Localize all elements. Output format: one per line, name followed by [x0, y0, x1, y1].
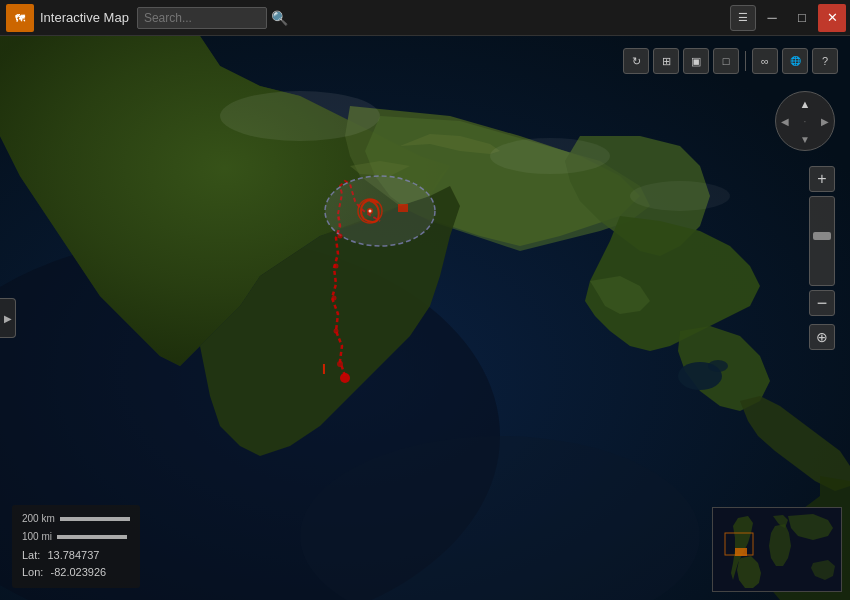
svg-point-6 [708, 360, 728, 372]
zoom-out-button[interactable]: − [809, 290, 835, 316]
search-icon: 🔍 [271, 10, 288, 26]
mini-map-svg [713, 508, 842, 592]
svg-rect-15 [398, 204, 408, 212]
refresh-button[interactable]: ↻ [623, 48, 649, 74]
minimize-button[interactable]: ─ [758, 4, 786, 32]
infinity-button[interactable]: ∞ [752, 48, 778, 74]
lon-display: Lon: -82.023926 [22, 564, 130, 582]
close-button[interactable]: ✕ [818, 4, 846, 32]
zoom-in-button[interactable]: + [809, 166, 835, 192]
svg-point-14 [369, 210, 372, 213]
globe-button[interactable]: 🌐 [782, 48, 808, 74]
scale-bar-mi: 100 mi [22, 529, 130, 545]
svg-point-22 [338, 234, 343, 239]
svg-point-17 [340, 373, 350, 383]
svg-text:I: I [322, 361, 326, 377]
zoom-slider-thumb [813, 232, 831, 240]
lat-label: Lat: [22, 549, 40, 561]
maximize-button[interactable]: □ [788, 4, 816, 32]
lon-label: Lon: [22, 566, 43, 578]
rect-button[interactable]: □ [713, 48, 739, 74]
svg-point-21 [334, 264, 339, 269]
map-toolbar: ↻ ⊞ ▣ □ ∞ 🌐 ? [623, 48, 838, 74]
scale-mi-line [57, 535, 127, 539]
capture-button[interactable]: ▣ [683, 48, 709, 74]
lon-value: -82.023926 [50, 566, 106, 578]
svg-rect-25 [735, 548, 747, 556]
zoom-slider-track[interactable] [809, 196, 835, 286]
svg-point-18 [337, 361, 343, 367]
toolbar-separator [745, 51, 746, 71]
svg-point-20 [332, 296, 337, 301]
svg-point-7 [220, 91, 380, 141]
svg-text:🗺: 🗺 [15, 13, 26, 24]
lat-display: Lat: 13.784737 [22, 547, 130, 565]
layer-button[interactable]: ⊞ [653, 48, 679, 74]
side-panel-toggle[interactable]: ▶ [0, 298, 16, 338]
menu-button[interactable]: ☰ [730, 5, 756, 31]
scale-km-line [60, 517, 130, 521]
info-panel: 200 km 100 mi Lat: 13.784737 Lon: -82.02… [12, 505, 140, 588]
pan-button[interactable]: ⊕ [809, 324, 835, 350]
zoom-spacer [809, 318, 835, 322]
titlebar: 🗺 Interactive Map 🔍 ☰ ─ □ ✕ [0, 0, 850, 36]
scale-bar-km: 200 km [22, 511, 130, 527]
app-icon: 🗺 [6, 4, 34, 32]
window-controls: ☰ ─ □ ✕ [730, 4, 846, 32]
svg-point-19 [334, 329, 339, 334]
scale-km-label: 200 km [22, 511, 55, 527]
search-input[interactable] [137, 7, 267, 29]
map-container[interactable]: I ↻ ⊞ ▣ □ ∞ 🌐 ? ▲ ▼ ▶ ◀ · + − [0, 36, 850, 600]
zoom-controls: + − ⊕ [809, 166, 835, 350]
lat-value: 13.784737 [47, 549, 99, 561]
app-title: Interactive Map [40, 10, 129, 25]
help-button[interactable]: ? [812, 48, 838, 74]
svg-point-8 [490, 138, 610, 174]
mini-map[interactable] [712, 507, 842, 592]
nav-compass: ▲ ▼ ▶ ◀ · [775, 91, 835, 151]
compass-center: · [780, 96, 830, 146]
scale-mi-label: 100 mi [22, 529, 52, 545]
svg-point-9 [630, 181, 730, 211]
